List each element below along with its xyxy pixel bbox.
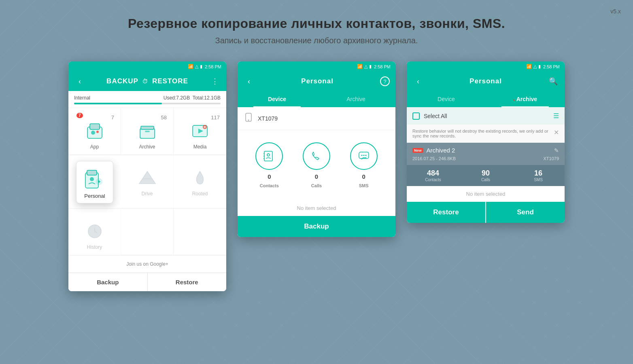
edit-icon[interactable]: ✎ [554, 147, 559, 154]
archive-contacts-label: Contacts [407, 178, 459, 182]
close-notice-icon[interactable]: ✕ [554, 129, 559, 136]
grid-item-drive[interactable]: Drive [121, 155, 174, 208]
bottom-bar-1: Backup Restore [68, 273, 226, 291]
tab-archive-2[interactable]: Archive [316, 91, 395, 107]
grid-row-1: 7 7 App 58 [68, 108, 226, 155]
empty-cell-2 [174, 209, 226, 255]
app-header-3: ‹ Personal 🔍 [407, 72, 565, 91]
device-item[interactable]: XT1079 [238, 107, 395, 130]
signal-icons-3: 📶 △ ▮ [526, 64, 541, 69]
select-all-row[interactable]: Select All ☰ [407, 107, 565, 125]
media-count: 117 [211, 114, 220, 121]
svg-point-25 [365, 155, 366, 156]
grid-row-2: Personal Drive [68, 155, 226, 209]
back-icon-3[interactable]: ‹ [412, 76, 424, 87]
grid-row-3: History [68, 209, 226, 256]
stats-row-2: 0 Contacts 0 Calls [238, 130, 395, 200]
svg-point-24 [363, 155, 364, 156]
sub-title: Запись и восстановление любого архивного… [0, 36, 633, 45]
grid-item-media[interactable]: 117 Media [174, 108, 226, 155]
battery-icon: ▮ [200, 64, 202, 69]
search-icon[interactable]: 🔍 [548, 76, 559, 87]
sms-count: 0 [362, 173, 365, 180]
calls-stat: 0 Calls [303, 142, 330, 188]
svg-rect-11 [87, 170, 97, 175]
back-icon-2[interactable]: ‹ [243, 76, 255, 87]
app-badge: 7 [76, 113, 83, 118]
version-label: v5.x [610, 8, 621, 15]
phone-icon [244, 113, 253, 124]
calls-label: Calls [311, 183, 322, 188]
archive-device: XT1079 [543, 156, 559, 161]
app-count: 7 [111, 114, 114, 121]
archive-sms-label: SMS [512, 178, 565, 182]
header-title-1: BACKUP ⏱ RESTORE [85, 77, 209, 85]
notice-text: Restore behavior will not destroy the ex… [412, 129, 550, 138]
tab-device-2[interactable]: Device [238, 91, 316, 107]
grid-item-personal-popup[interactable]: Personal [68, 155, 121, 208]
archive-calls-num: 90 [459, 169, 512, 178]
status-bar-2: 📶 △ ▮ 2:58 PM [238, 61, 395, 72]
time-2: 2:58 PM [374, 64, 391, 69]
tab-archive-3[interactable]: Archive [486, 91, 565, 107]
storage-bar: Internal Used:7.2GB Total:12.1GB [68, 91, 226, 108]
screen3: 📶 △ ▮ 2:58 PM ‹ Personal 🔍 Device Archiv… [407, 61, 565, 223]
filter-icon[interactable]: ☰ [553, 112, 559, 120]
svg-point-12 [90, 177, 94, 181]
grid-item-rooted[interactable]: Rooted [174, 155, 226, 208]
grid-item-archive[interactable]: 58 Archive [121, 108, 174, 155]
menu-icon[interactable]: ⋮ [209, 76, 221, 87]
select-all-checkbox[interactable] [412, 112, 420, 120]
backup-btn-2[interactable]: Backup [238, 216, 395, 237]
svg-rect-4 [140, 129, 155, 138]
progress-fill [74, 103, 162, 104]
drive-icon [137, 167, 158, 188]
archive-icon [137, 121, 158, 142]
archive-sms: 16 SMS [512, 169, 565, 182]
svg-point-23 [361, 155, 362, 156]
join-google[interactable]: Join us on Google+ [68, 256, 226, 273]
backup-button[interactable]: Backup [68, 273, 147, 291]
contacts-count: 0 [268, 173, 271, 180]
restore-button[interactable]: Restore [147, 273, 227, 291]
history-label: History [87, 244, 102, 250]
app-label: App [90, 144, 99, 150]
archive-contacts: 484 Contacts [407, 169, 459, 182]
personal-label: Personal [84, 193, 105, 199]
wifi-icon: 📶 [188, 64, 193, 69]
new-badge: New [412, 148, 423, 153]
app-icon [84, 121, 105, 142]
time-1: 2:58 PM [205, 64, 221, 69]
svg-rect-6 [145, 131, 150, 132]
status-bar-1: 📶 △ ▮ 2:58 PM [68, 61, 226, 72]
signal-icon: △ [195, 64, 198, 69]
rooted-icon [189, 167, 210, 188]
rooted-label: Rooted [192, 191, 208, 197]
time-3: 2:58 PM [543, 64, 560, 69]
restore-notice: Restore behavior will not destroy the ex… [407, 125, 565, 143]
media-icon [189, 121, 210, 142]
archive-card-header: New Archived 2 ✎ [407, 143, 565, 155]
main-title: Резервное копирование личных контактов, … [0, 16, 633, 31]
tab-device-3[interactable]: Device [407, 91, 486, 107]
svg-rect-5 [141, 126, 154, 129]
restore-btn-3[interactable]: Restore [407, 202, 485, 223]
no-item-bar-3: No item selected [407, 186, 565, 202]
archive-card[interactable]: New Archived 2 ✎ 2016.07.25 - 246.8KB XT… [407, 143, 565, 186]
tab-bar-3: Device Archive [407, 91, 565, 107]
sms-stat: 0 SMS [350, 142, 378, 188]
help-icon[interactable]: ? [380, 76, 390, 86]
screens-container: 📶 △ ▮ 2:58 PM ‹ BACKUP ⏱ RESTORE ⋮ Inter… [0, 53, 633, 299]
select-all-text: Select All [424, 113, 553, 119]
storage-label-text: Internal [74, 95, 90, 101]
send-btn-3[interactable]: Send [486, 202, 565, 223]
grid-item-history[interactable]: History [68, 209, 121, 255]
back-icon[interactable]: ‹ [74, 76, 85, 87]
drive-label: Drive [141, 191, 153, 197]
svg-point-3 [96, 131, 99, 133]
archive-contacts-num: 484 [407, 169, 459, 178]
archive-stats: 484 Contacts 90 Calls 16 SMS [407, 165, 565, 186]
grid-item-app[interactable]: 7 7 App [68, 108, 121, 155]
battery-icon-2: ▮ [369, 64, 372, 69]
app-header-1: ‹ BACKUP ⏱ RESTORE ⋮ [68, 72, 226, 91]
